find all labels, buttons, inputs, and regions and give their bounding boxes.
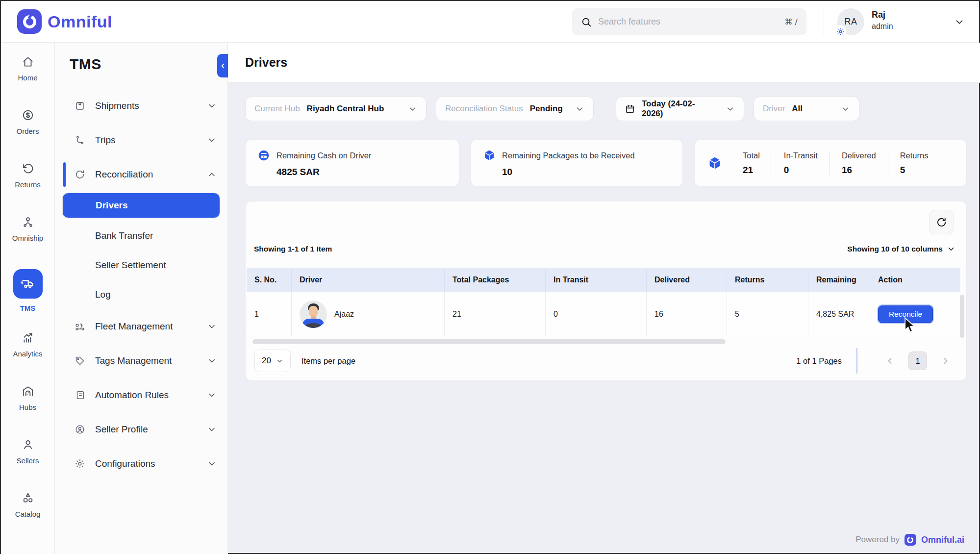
topbar-divider bbox=[824, 7, 824, 36]
sidebar-item-seller-profile[interactable]: Seller Profile bbox=[55, 412, 227, 447]
col-sno: S. No. bbox=[247, 268, 292, 292]
omniful-logo[interactable]: Omniful bbox=[17, 9, 112, 34]
sidebar-item-reconciliation[interactable]: Reconciliation bbox=[55, 157, 227, 192]
filter-current-hub[interactable]: Current Hub Riyadh Central Hub bbox=[245, 97, 427, 121]
refresh-button[interactable] bbox=[929, 210, 954, 234]
columns-toggle[interactable]: Showing 10 of 10 columns bbox=[847, 245, 955, 253]
tms-sidebar: TMS Shipments Trips Reconciliation Drive… bbox=[55, 43, 228, 554]
table-info-row: Showing 1-1 of 1 Item Showing 10 of 10 c… bbox=[254, 245, 955, 253]
vertical-scrollbar[interactable] bbox=[960, 295, 964, 338]
rail-item-sellers[interactable]: Sellers bbox=[1, 438, 54, 477]
page-title: Drivers bbox=[245, 55, 287, 70]
gear-badge-icon bbox=[834, 25, 846, 37]
app-rail: Home Orders Returns Omniship TMS Analyti… bbox=[1, 43, 55, 554]
calendar-icon bbox=[625, 104, 635, 114]
sidebar-item-log[interactable]: Log bbox=[55, 280, 227, 309]
chevron-left-icon bbox=[219, 62, 226, 70]
col-total-packages: Total Packages bbox=[445, 268, 546, 292]
shapes-icon bbox=[22, 492, 34, 504]
sidebar-item-drivers[interactable]: Drivers bbox=[62, 193, 220, 218]
stat-total: Total 21 bbox=[731, 151, 772, 176]
next-page-button[interactable] bbox=[934, 356, 957, 366]
user-role: admin bbox=[872, 22, 893, 31]
drivers-table-card: Showing 1-1 of 1 Item Showing 10 of 10 c… bbox=[245, 201, 967, 381]
rail-item-analytics[interactable]: Analytics bbox=[1, 331, 54, 370]
chevron-down-icon bbox=[207, 390, 217, 400]
route-icon bbox=[75, 135, 85, 146]
rail-item-orders[interactable]: Orders bbox=[1, 109, 54, 147]
cell-in-transit: 0 bbox=[546, 292, 647, 336]
sidebar-item-configurations[interactable]: Configurations bbox=[55, 447, 227, 481]
rail-item-tms[interactable]: TMS bbox=[1, 269, 54, 316]
user-avatar[interactable]: RA bbox=[837, 8, 864, 35]
stat-card-packages-pending: Remaining Packages to be Received 10 bbox=[471, 139, 683, 187]
driver-name: Ajaaz bbox=[334, 310, 354, 319]
rail-item-omniship[interactable]: Omniship bbox=[1, 216, 54, 254]
chevron-up-icon bbox=[207, 170, 217, 179]
sidebar-collapse-button[interactable] bbox=[217, 54, 228, 77]
avatar-initials: RA bbox=[844, 17, 857, 27]
package-cube-icon bbox=[483, 149, 496, 162]
filter-driver[interactable]: Driver All bbox=[754, 97, 859, 121]
app-window: Omniful ⌘ / RA Raj admin Home O bbox=[0, 0, 980, 554]
items-count: Showing 1-1 of 1 Item bbox=[254, 245, 332, 253]
table-header-row: S. No. Driver Total Packages In Transit … bbox=[247, 268, 960, 292]
chevron-down-icon bbox=[408, 104, 417, 114]
omniful-footer-icon bbox=[905, 534, 916, 546]
stats-row: Remaining Cash on Driver 4825 SAR Remain… bbox=[245, 139, 967, 187]
chevron-right-icon bbox=[941, 356, 951, 366]
chevron-down-icon bbox=[207, 356, 217, 366]
rail-item-catalog[interactable]: Catalog bbox=[1, 492, 54, 530]
table-row: 1 Ajaaz 21 0 16 5 4,825 SAR Reconcile bbox=[247, 292, 960, 336]
chevron-down-icon bbox=[276, 357, 283, 365]
rotate-cw-icon bbox=[75, 169, 85, 180]
col-remaining: Remaining bbox=[808, 268, 870, 292]
footer-brand-link[interactable]: Omniful.ai bbox=[921, 535, 964, 545]
analytics-icon bbox=[22, 331, 34, 344]
horizontal-scrollbar[interactable] bbox=[252, 339, 726, 344]
sidebar-item-trips[interactable]: Trips bbox=[55, 123, 227, 157]
global-search[interactable]: ⌘ / bbox=[572, 8, 806, 35]
stat-label: Remaining Packages to be Received bbox=[502, 151, 635, 160]
search-input[interactable] bbox=[598, 17, 779, 27]
sidebar-item-tags-management[interactable]: Tags Management bbox=[55, 344, 227, 378]
user-icon bbox=[22, 438, 34, 451]
chevron-down-icon bbox=[207, 322, 217, 331]
cell-delivered: 16 bbox=[647, 292, 727, 336]
user-menu-chevron-icon[interactable] bbox=[954, 17, 965, 27]
sidebar-title: TMS bbox=[70, 56, 227, 73]
tag-icon bbox=[75, 355, 85, 366]
top-bar: Omniful ⌘ / RA Raj admin bbox=[1, 1, 979, 43]
stat-value: 10 bbox=[502, 167, 671, 177]
sidebar-item-bank-transfer[interactable]: Bank Transfer bbox=[55, 221, 227, 251]
rail-item-hubs[interactable]: Hubs bbox=[1, 385, 54, 423]
mouse-cursor bbox=[904, 317, 918, 336]
sidebar-item-fleet-management[interactable]: Fleet Management bbox=[55, 309, 227, 344]
filter-reconciliation-status[interactable]: Reconciliation Status Pending bbox=[436, 97, 594, 121]
prev-page-button[interactable] bbox=[878, 356, 902, 366]
filter-date[interactable]: Today (24-02-2026) bbox=[616, 97, 744, 121]
stat-label: Remaining Cash on Driver bbox=[276, 151, 372, 160]
cash-icon bbox=[257, 149, 270, 162]
current-page-button[interactable]: 1 bbox=[908, 352, 927, 370]
refresh-icon bbox=[936, 217, 947, 228]
package-icon bbox=[75, 101, 85, 111]
cell-sno: 1 bbox=[247, 292, 292, 336]
omniful-logo-text: Omniful bbox=[48, 12, 112, 31]
active-indicator bbox=[63, 162, 66, 187]
drivers-table: S. No. Driver Total Packages In Transit … bbox=[247, 268, 960, 336]
rail-item-home[interactable]: Home bbox=[1, 55, 54, 94]
sidebar-item-seller-settlement[interactable]: Seller Settlement bbox=[55, 251, 227, 280]
dollar-circle-icon bbox=[22, 109, 34, 122]
col-driver: Driver bbox=[292, 268, 445, 292]
filters-row: Current Hub Riyadh Central Hub Reconcili… bbox=[245, 97, 967, 121]
page-size-select[interactable]: 20 bbox=[254, 350, 291, 372]
sidebar-item-shipments[interactable]: Shipments bbox=[55, 89, 227, 123]
cell-driver: Ajaaz bbox=[292, 292, 445, 336]
page-header: Drivers bbox=[228, 43, 980, 83]
sidebar-item-automation-rules[interactable]: Automation Rules bbox=[55, 378, 227, 412]
chevron-down-icon bbox=[841, 104, 850, 114]
chevron-down-icon bbox=[207, 459, 217, 469]
page-count-label: 1 of 1 Pages bbox=[796, 356, 842, 366]
rail-item-returns[interactable]: Returns bbox=[1, 162, 54, 201]
